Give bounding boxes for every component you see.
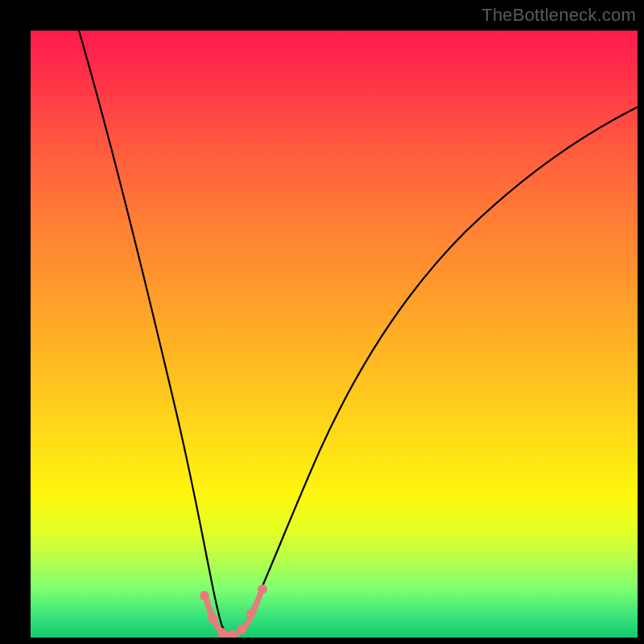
marker-dot xyxy=(237,625,246,634)
marker-dot xyxy=(217,628,227,638)
marker-dot xyxy=(258,584,267,594)
marker-dot xyxy=(246,609,256,618)
bottleneck-curve xyxy=(79,31,638,635)
plot-area xyxy=(31,31,638,638)
curve-svg xyxy=(31,31,638,638)
chart-frame: TheBottleneck.com xyxy=(0,0,644,644)
marker-dot xyxy=(200,591,209,601)
marker-dot xyxy=(208,613,217,623)
watermark-text: TheBottleneck.com xyxy=(481,5,636,26)
